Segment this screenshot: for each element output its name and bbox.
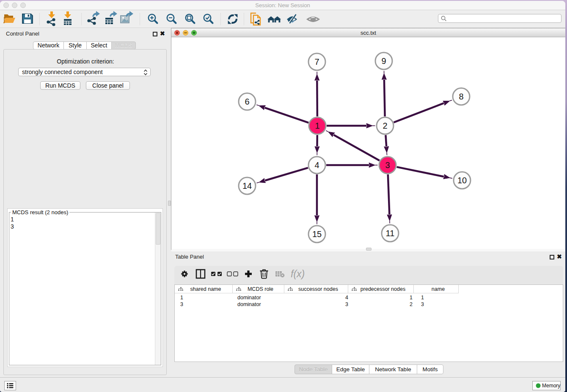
svg-text:2: 2 [383, 121, 387, 130]
svg-text:8: 8 [459, 92, 463, 101]
svg-text:6: 6 [245, 97, 249, 106]
svg-text:1: 1 [315, 121, 319, 130]
svg-text:7: 7 [314, 57, 319, 66]
svg-text:f(x): f(x) [291, 268, 305, 279]
svg-text:11: 11 [386, 229, 395, 238]
svg-text:9: 9 [381, 56, 386, 66]
svg-text:10: 10 [457, 176, 467, 185]
svg-text:15: 15 [312, 229, 322, 239]
svg-text:14: 14 [242, 181, 252, 190]
svg-text:4: 4 [314, 160, 319, 170]
svg-text:3: 3 [385, 160, 390, 170]
